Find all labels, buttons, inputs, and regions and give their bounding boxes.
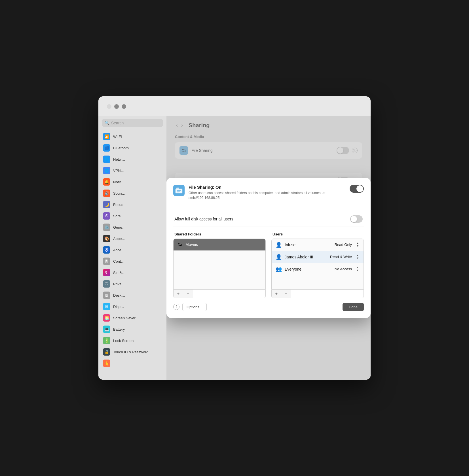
sidebar-label-general: Gene…	[113, 225, 126, 230]
sidebar-item-sound[interactable]: 🔊 Soun…	[98, 188, 166, 199]
sidebar-item-wallpaper[interactable]: 🌅 Screen Saver	[98, 312, 166, 324]
add-user-button[interactable]: +	[272, 290, 281, 298]
user-james-permission: Read & Write	[330, 255, 352, 259]
sound-icon: 🔊	[103, 190, 110, 197]
user-everyone-stepper[interactable]: ▲ ▼	[356, 266, 360, 272]
sidebar-label-control: Cont…	[113, 259, 124, 264]
users-col: Users 👤 Infuse Read Only ▲	[271, 232, 364, 298]
folder-movies-item[interactable]: 🗂 Movies	[174, 239, 265, 250]
user-james-down[interactable]: ▼	[356, 257, 360, 260]
user-infuse-stepper[interactable]: ▲ ▼	[356, 242, 360, 247]
user-infuse-down[interactable]: ▼	[356, 245, 360, 247]
sidebar-item-network[interactable]: 🌐 Netw…	[98, 154, 166, 165]
sidebar-item-lockscreen[interactable]: 🔒 Touch ID & Password	[98, 346, 166, 358]
remove-user-button[interactable]: −	[281, 290, 291, 298]
help-button[interactable]: ?	[173, 304, 179, 310]
user-infuse-permission: Read Only	[335, 243, 352, 247]
main-content: ‹ › Sharing Content & Media 🗂 File Shari…	[166, 116, 371, 380]
sidebar-label-wifi: Wi-Fi	[113, 135, 122, 139]
user-james-stepper[interactable]: ▲ ▼	[356, 254, 360, 260]
user-james-up[interactable]: ▲	[356, 254, 360, 257]
sidebar-label-lockscreen: Touch ID & Password	[113, 350, 148, 354]
general-icon: ⚙️	[103, 224, 110, 231]
user-infuse-name: Infuse	[285, 243, 332, 247]
sidebar-label-network: Netw…	[113, 157, 125, 162]
control-icon: 🎛	[103, 258, 110, 265]
modal-footer: ? Options... Done	[173, 303, 364, 311]
users-list: 👤 Infuse Read Only ▲ ▼	[271, 239, 364, 290]
screen-time-icon: ⏱	[103, 212, 110, 220]
user-everyone-up[interactable]: ▲	[356, 266, 360, 269]
done-button[interactable]: Done	[343, 303, 364, 311]
user-james-name: James Abeler III	[285, 255, 327, 259]
sidebar-label-bluetooth: Bluetooth	[113, 146, 129, 150]
svg-rect-0	[176, 189, 182, 193]
sidebar-item-notifications[interactable]: 🔔 Notif…	[98, 176, 166, 188]
sidebar: 🔍 Search 📶 Wi-Fi 🔵 Bluetooth 🌐 Netw… 🌐	[98, 116, 166, 380]
sidebar-label-screen-time: Scre…	[113, 214, 124, 218]
search-input-label: Search	[111, 121, 124, 125]
options-button[interactable]: Options...	[182, 303, 207, 311]
modal-subtitle: Other users can access shared folders on…	[189, 191, 330, 200]
sidebar-label-focus: Focus	[113, 203, 123, 207]
user-everyone-name: Everyone	[285, 267, 332, 271]
bluetooth-icon: 🔵	[103, 144, 110, 152]
modal-columns: Shared Folders 🗂 Movies +	[173, 232, 364, 298]
user-james-row[interactable]: 👤 James Abeler III Read & Write ▲ ▼	[272, 251, 364, 263]
modal-main-toggle[interactable]	[350, 185, 364, 193]
minimize-button[interactable]	[114, 104, 119, 109]
sidebar-item-wifi[interactable]: 📶 Wi-Fi	[98, 131, 166, 142]
sidebar-label-notifications: Notif…	[113, 180, 124, 184]
search-bar[interactable]: 🔍 Search	[102, 119, 163, 127]
user-everyone-permission: No Access	[335, 267, 352, 271]
lockscreen-icon: 🔒	[103, 348, 110, 356]
sidebar-item-general[interactable]: ⚙️ Gene…	[98, 222, 166, 233]
user-infuse-up[interactable]: ▲	[356, 242, 360, 245]
wifi-icon: 📶	[103, 133, 110, 140]
sidebar-item-display[interactable]: 🖥 Disp…	[98, 301, 166, 312]
battery-icon: 🔋	[103, 337, 110, 344]
maximize-button[interactable]	[122, 104, 126, 109]
notifications-icon: 🔔	[103, 178, 110, 186]
sidebar-label-battery: Lock Screen	[113, 339, 134, 343]
sidebar-item-privacy[interactable]: 🛡 Priva…	[98, 278, 166, 290]
sidebar-item-bluetooth[interactable]: 🔵 Bluetooth	[98, 142, 166, 154]
user-infuse-row[interactable]: 👤 Infuse Read Only ▲ ▼	[272, 239, 364, 251]
sidebar-item-vpn[interactable]: 🌐 VPN…	[98, 165, 166, 176]
sidebar-item-focus[interactable]: 🌙 Focus	[98, 199, 166, 210]
vpn-icon: 🌐	[103, 167, 110, 174]
accessibility-icon: ♿	[103, 246, 110, 254]
modal-header: File Sharing: On Other users can access …	[173, 185, 364, 206]
desktop-icon: 🖥	[103, 292, 110, 299]
modal-overlay: File Sharing: On Other users can access …	[166, 116, 371, 380]
sidebar-item-battery[interactable]: 🔋 Lock Screen	[98, 335, 166, 346]
user-everyone-row[interactable]: 👥 Everyone No Access ▲ ▼	[272, 263, 364, 275]
shared-folders-header: Shared Folders	[173, 232, 266, 236]
privacy-icon: 🛡	[103, 280, 110, 288]
sidebar-item-appearance[interactable]: 🎨 Appe…	[98, 233, 166, 244]
sidebar-item-accessibility[interactable]: ♿ Acce…	[98, 244, 166, 256]
sidebar-item-desktop[interactable]: 🖥 Desk…	[98, 290, 166, 301]
sidebar-item-control-centre[interactable]: 🎛 Cont…	[98, 256, 166, 267]
users-header: Users	[271, 232, 364, 236]
shared-folders-col: Shared Folders 🗂 Movies +	[173, 232, 266, 298]
full-disk-toggle[interactable]	[350, 215, 363, 223]
user-everyone-down[interactable]: ▼	[356, 269, 360, 272]
add-folder-button[interactable]: +	[174, 290, 183, 298]
network-icon: 🌐	[103, 156, 110, 163]
sidebar-item-siri[interactable]: 🎙 Siri &…	[98, 267, 166, 278]
sidebar-item-screen-time[interactable]: ⏱ Scre…	[98, 210, 166, 222]
focus-icon: 🌙	[103, 201, 110, 208]
touchid-icon: 👆	[103, 360, 110, 367]
sidebar-label-siri: Siri &…	[113, 271, 126, 275]
remove-folder-button[interactable]: −	[183, 290, 193, 298]
full-disk-toggle-thumb	[351, 216, 357, 222]
close-button[interactable]	[107, 104, 111, 109]
system-settings-window: 🔍 Search 📶 Wi-Fi 🔵 Bluetooth 🌐 Netw… 🌐	[98, 96, 371, 380]
window-content: 🔍 Search 📶 Wi-Fi 🔵 Bluetooth 🌐 Netw… 🌐	[98, 96, 371, 380]
sidebar-item-screensaver[interactable]: 💻 Battery	[98, 324, 166, 335]
sidebar-item-touchid[interactable]: 👆	[98, 358, 166, 369]
modal-title: File Sharing: On	[189, 185, 330, 190]
wallpaper-icon: 🌅	[103, 314, 110, 322]
search-icon: 🔍	[105, 121, 109, 125]
